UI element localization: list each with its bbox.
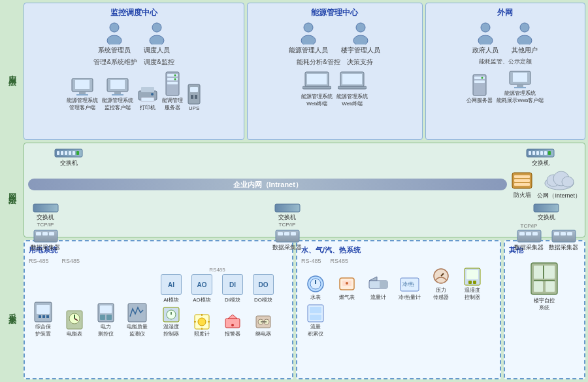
svg-rect-54 xyxy=(76,151,79,155)
svg-rect-79 xyxy=(291,232,296,235)
ai-module: AI AI模块 xyxy=(157,274,186,304)
svg-rect-143 xyxy=(543,266,544,279)
cold-heat-meter: 冷/热 冷/热量计 xyxy=(395,275,424,301)
svg-rect-14 xyxy=(141,97,154,101)
flow-accum-icon xyxy=(306,304,325,323)
svg-rect-24 xyxy=(191,95,193,99)
printer-icon xyxy=(137,86,158,104)
energy-mgmt-center: 能源管理中心 能源管理人员 楼宇管理人员 xyxy=(247,3,423,140)
cold-heat-icon: 冷/热 xyxy=(399,275,420,294)
svg-point-3 xyxy=(150,35,164,44)
svg-rect-31 xyxy=(307,74,327,84)
collector-pair: TCP/IP 数据采集器 xyxy=(514,223,578,252)
energy-display-label: 能源管理系统能耗展示Web客户端 xyxy=(497,90,544,104)
svg-rect-25 xyxy=(195,95,197,99)
external-persons: 政府人员 其他用户 xyxy=(430,22,581,55)
do-module: DO DO模块 xyxy=(249,274,278,304)
water-meter-icon xyxy=(306,274,325,294)
svg-rect-80 xyxy=(534,204,559,212)
flow-meter-icon xyxy=(368,275,389,294)
laptop-icon-2 xyxy=(338,71,367,93)
svg-rect-64 xyxy=(514,179,530,182)
svg-rect-32 xyxy=(302,86,331,89)
svg-marker-125 xyxy=(369,277,377,281)
sys-admin-person: 系统管理员 xyxy=(98,22,131,55)
energy-web1-label: 能源管理系统Web终端 xyxy=(301,93,333,107)
svg-rect-58 xyxy=(536,151,539,155)
alarm-icon xyxy=(224,313,241,330)
energy-devices: 能源管理系统Web终端 能源管理系统Web终端 xyxy=(252,71,418,107)
svg-rect-100 xyxy=(100,315,105,320)
monitoring-center: 监控调度中心 系统管理员 调度人员 管 xyxy=(24,3,244,140)
svg-rect-42 xyxy=(474,80,485,83)
sys-admin-icon xyxy=(105,22,123,44)
svg-rect-78 xyxy=(284,232,289,235)
svg-rect-137 xyxy=(310,315,321,320)
water-rs485-label-2: RS485 xyxy=(331,258,349,264)
svg-rect-47 xyxy=(514,87,526,88)
ao-module: AO AO模块 xyxy=(188,274,216,304)
svg-point-107 xyxy=(198,318,206,326)
collector-2: 数据采集器 xyxy=(272,229,302,252)
mgmt-label: 管理&系统维护 xyxy=(93,58,137,67)
electricity-sys: 用电系统 RS-485 RS485 综合保护装置 xyxy=(24,240,293,379)
collector-1: 数据采集器 xyxy=(31,229,60,252)
other-user-icon xyxy=(515,22,534,44)
svg-rect-49 xyxy=(57,151,59,155)
electric-meter-icon xyxy=(65,309,84,330)
svg-point-1 xyxy=(107,35,122,44)
collector-icon-4 xyxy=(551,229,576,243)
ups: UPS xyxy=(187,83,201,111)
collect-layer-label: 采集层 xyxy=(3,240,21,379)
ai-do-modules: AI AI模块 AO AO模块 DI DI模块 DO xyxy=(157,274,278,304)
svg-rect-93 xyxy=(46,315,49,318)
svg-rect-134 xyxy=(473,281,476,284)
external-labels: 能耗监管、公示定额 xyxy=(430,58,581,66)
svg-rect-91 xyxy=(39,315,41,318)
sys-admin-label: 系统管理员 xyxy=(98,46,131,55)
water-devices: 水表 燃气表 流量计 xyxy=(301,267,496,338)
firewall: 防火墙 xyxy=(511,170,533,200)
energy-web2-label: 能源管理系统Web终端 xyxy=(336,93,368,107)
analysis-label: 能耗分析&管控 xyxy=(297,58,340,67)
bottom-section: 采集层 用电系统 RS-485 RS485 综合保护 xyxy=(3,240,585,379)
collector-4: 数据采集器 xyxy=(549,229,578,252)
switch-icon-1 xyxy=(54,147,83,159)
protection-icon xyxy=(33,301,53,323)
external-devices: 公网服务器 能源管理系统能耗展示Web客户端 xyxy=(430,70,581,104)
monitoring-labels: 管理&系统维护 调度&监控 xyxy=(28,58,240,67)
svg-rect-82 xyxy=(519,232,525,235)
energy-manager-icon xyxy=(299,22,318,44)
svg-point-2 xyxy=(152,23,161,32)
svg-rect-41 xyxy=(474,77,485,79)
switch-b2-icon xyxy=(274,203,301,213)
water-rs485-label: RS-485 xyxy=(301,258,321,264)
building-ctrl-icon xyxy=(529,260,560,297)
collector-icon-1 xyxy=(33,229,58,243)
svg-rect-60 xyxy=(544,151,547,155)
energy-monitor-label: 能耗监管、公示定额 xyxy=(479,58,532,66)
svg-rect-10 xyxy=(114,92,121,94)
monitoring-devices: 能源管理系统管理客户端 能源管理系统监控客户端 xyxy=(28,71,240,111)
svg-rect-77 xyxy=(278,232,283,235)
energy-manager-person: 能源管理人员 xyxy=(289,22,328,55)
water-meter: 水表 xyxy=(301,274,330,301)
svg-point-69 xyxy=(562,177,574,187)
svg-point-37 xyxy=(478,35,493,44)
svg-text:冷/热: 冷/热 xyxy=(402,281,414,287)
network-layer-label: 网络层 xyxy=(3,143,21,237)
energy-server-label: 能调管理服务器 xyxy=(162,97,183,111)
computer-icon-1 xyxy=(70,77,95,97)
monitor-client-label: 能源管理系统监控客户端 xyxy=(102,97,133,111)
computer-icon-2 xyxy=(105,77,130,97)
dispatcher-person: 调度人员 xyxy=(144,22,170,55)
gas-meter-icon xyxy=(337,274,357,294)
svg-rect-7 xyxy=(76,94,88,95)
svg-rect-141 xyxy=(546,281,555,292)
svg-point-27 xyxy=(301,35,316,44)
sub-devices-row: 温湿度控制器 照度计 xyxy=(157,306,278,338)
svg-point-26 xyxy=(304,23,313,32)
switch-bottom-3: 交换机 xyxy=(533,203,559,222)
svg-point-20 xyxy=(174,75,176,77)
net-group-2: 交换机 TCP/IP 数据采集器 xyxy=(272,203,302,252)
